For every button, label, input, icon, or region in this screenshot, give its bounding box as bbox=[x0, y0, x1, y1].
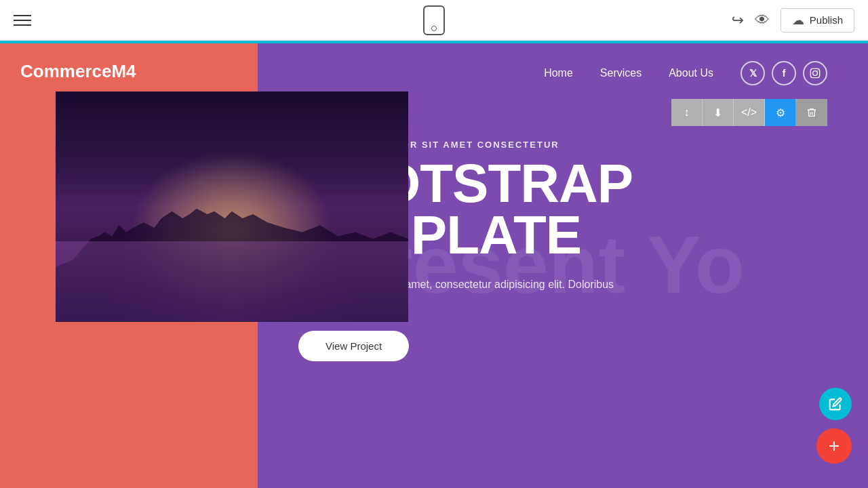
reorder-tool-button[interactable]: ↕ bbox=[671, 99, 703, 126]
cloud-upload-icon: ☁ bbox=[792, 13, 804, 28]
fab-edit-button[interactable] bbox=[819, 388, 852, 420]
twitter-icon[interactable]: 𝕏 bbox=[741, 61, 765, 85]
toolbar-center bbox=[423, 5, 445, 35]
svg-point-2 bbox=[817, 70, 818, 71]
hero-image-visual bbox=[56, 92, 408, 322]
code-tool-button[interactable]: </> bbox=[734, 99, 765, 126]
main-content: CommerceM4 resent Yo Home Services About… bbox=[0, 41, 868, 488]
settings-tool-button[interactable]: ⚙ bbox=[765, 99, 796, 126]
svg-point-1 bbox=[813, 71, 818, 76]
toolbar-right: ↩ 👁 ☁ Publish bbox=[732, 8, 854, 33]
publish-label: Publish bbox=[810, 14, 843, 26]
undo-icon[interactable]: ↩ bbox=[732, 12, 744, 29]
nav-bar: Home Services About Us 𝕏 f bbox=[298, 41, 827, 99]
nav-link-about[interactable]: About Us bbox=[669, 67, 713, 79]
view-project-button[interactable]: View Project bbox=[298, 331, 409, 361]
social-icons: 𝕏 f bbox=[741, 61, 827, 85]
top-toolbar: ↩ 👁 ☁ Publish bbox=[0, 0, 868, 41]
preview-eye-icon[interactable]: 👁 bbox=[755, 12, 770, 29]
download-tool-button[interactable]: ⬇ bbox=[703, 99, 734, 126]
nav-link-home[interactable]: Home bbox=[544, 67, 573, 79]
nav-link-services[interactable]: Services bbox=[600, 67, 642, 79]
brand-name: CommerceM4 bbox=[20, 61, 136, 82]
fab-add-button[interactable]: + bbox=[816, 428, 852, 464]
plus-icon: + bbox=[829, 436, 840, 455]
mobile-preview-icon[interactable] bbox=[423, 5, 445, 35]
hamburger-menu-button[interactable] bbox=[14, 15, 31, 26]
publish-button[interactable]: ☁ Publish bbox=[781, 8, 854, 33]
svg-rect-0 bbox=[810, 68, 819, 77]
facebook-icon[interactable]: f bbox=[772, 61, 796, 85]
instagram-icon[interactable] bbox=[803, 61, 827, 85]
delete-tool-button[interactable] bbox=[796, 99, 827, 126]
teal-accent-bar bbox=[0, 41, 868, 43]
hero-image bbox=[56, 92, 408, 322]
toolbar-left bbox=[14, 15, 31, 26]
